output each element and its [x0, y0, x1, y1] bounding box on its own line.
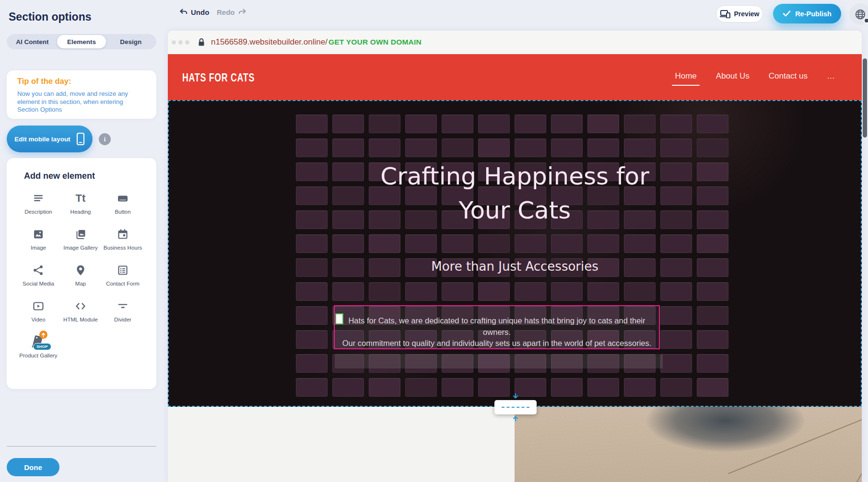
hero-background-tile [296, 234, 328, 253]
url-text[interactable]: n1566589.websitebuilder.online/ [211, 37, 328, 47]
window-dot-icon [178, 40, 183, 45]
add-element-label: Button [115, 209, 130, 215]
site-logo[interactable]: HATS FOR CATS [182, 71, 255, 84]
hero-background-tile [587, 234, 619, 253]
preview-label: Preview [734, 10, 760, 18]
html-module-icon [74, 298, 87, 314]
element-resize-handle[interactable] [335, 313, 343, 324]
add-element-video[interactable]: Video [17, 298, 59, 323]
add-element-social-media[interactable]: Social Media [17, 263, 59, 287]
add-element-grid: DescriptionTtHeadingButtonImageImage Gal… [7, 191, 156, 359]
get-domain-link[interactable]: GET YOUR OWN DOMAIN [328, 38, 422, 46]
hero-background-tile [697, 378, 728, 397]
sidebar-divider [7, 446, 156, 447]
add-element-label: Image [31, 245, 46, 251]
add-element-html-module[interactable]: HTML Module [59, 298, 102, 323]
browser-chrome-bar: n1566589.websitebuilder.online/ GET YOUR… [168, 31, 862, 54]
divider-icon [117, 298, 129, 314]
tab-ai-content[interactable]: AI Content [8, 35, 57, 48]
add-element-business-hours[interactable]: Business Hours [102, 227, 144, 251]
hero-background-tile [660, 306, 692, 325]
hero-background-tile [551, 115, 583, 133]
business-hours-icon [117, 227, 129, 242]
next-section-blank-half [168, 407, 515, 482]
add-element-contact-form[interactable]: Contact Form [102, 263, 144, 287]
photo-shadow [646, 407, 805, 452]
undo-label: Undo [191, 8, 209, 16]
hero-heading[interactable]: Crafting Happiness for Your Cats [169, 160, 861, 228]
section-height-resize-handle[interactable] [494, 400, 537, 414]
hero-background-tile [405, 138, 437, 157]
hero-background-tile [296, 306, 328, 325]
add-element-heading[interactable]: TtHeading [59, 191, 102, 215]
hero-background-tile [332, 115, 364, 133]
hero-background-tile [332, 234, 364, 253]
language-globe-button[interactable] [849, 3, 868, 25]
globe-status-dot [864, 18, 868, 23]
hero-background-tile [587, 378, 619, 397]
mobile-phone-icon [76, 132, 85, 146]
hero-background-tile [478, 378, 510, 397]
tip-body: Now you can add, move and resize any ele… [17, 90, 143, 114]
scrollbar-thumb[interactable] [863, 58, 867, 138]
add-element-map[interactable]: Map [59, 263, 102, 287]
product-gallery-icon: SHOP [30, 334, 47, 350]
nav-home[interactable]: Home [675, 71, 696, 81]
add-element-description[interactable]: Description [17, 191, 59, 215]
window-dot-icon [185, 40, 189, 45]
next-section-photo [515, 407, 862, 482]
heading-icon: Tt [76, 191, 86, 206]
tab-design[interactable]: Design [106, 35, 155, 48]
nav-contact-us[interactable]: Contact us [769, 71, 808, 81]
info-icon[interactable]: i [99, 133, 111, 145]
devices-icon [720, 10, 730, 18]
hero-background-tile [442, 234, 473, 253]
hero-background-tile [697, 282, 728, 301]
republish-button[interactable]: Re-Publish [773, 4, 841, 23]
add-element-product-gallery[interactable]: SHOP Product Gallery [17, 334, 59, 359]
map-icon [75, 263, 86, 278]
tab-elements[interactable]: Elements [57, 35, 106, 48]
hero-subheading[interactable]: More than Just Accessories [169, 259, 861, 274]
dashed-line-icon [502, 407, 529, 408]
nav-about-us[interactable]: About Us [716, 71, 750, 81]
add-element-button[interactable]: Button [102, 191, 144, 215]
undo-icon [179, 9, 188, 16]
add-element-title: Add new element [24, 171, 156, 181]
video-icon [32, 298, 45, 314]
hero-background-tile [697, 354, 728, 373]
hero-background-tile [296, 282, 328, 301]
add-element-label: Description [24, 209, 52, 215]
hero-background-tile [405, 378, 437, 397]
preview-button[interactable]: Preview [716, 5, 763, 23]
redo-label: Redo [217, 8, 235, 16]
social-media-icon [32, 263, 45, 278]
site-preview-frame: n1566589.websitebuilder.online/ GET YOUR… [168, 31, 862, 482]
hero-background-tile [296, 378, 328, 397]
edit-mobile-layout-button[interactable]: Edit mobile layout [7, 126, 93, 152]
image-icon [32, 227, 45, 242]
hero-text-element-selected[interactable]: Hats for Cats, we are dedicated to craft… [334, 305, 660, 349]
done-button[interactable]: Done [7, 458, 59, 476]
hero-background-tile [478, 138, 510, 157]
hero-background-tile [660, 115, 692, 133]
contact-form-icon [117, 263, 129, 278]
add-element-image[interactable]: Image [17, 227, 59, 251]
add-element-label: Social Media [23, 281, 54, 287]
hero-background-tile [296, 138, 328, 157]
redo-button[interactable]: Redo [217, 8, 246, 16]
hero-background-tile [369, 378, 400, 397]
hero-background-tile [515, 234, 546, 253]
add-element-divider[interactable]: Divider [102, 298, 144, 323]
add-element-label: Video [31, 317, 45, 323]
hero-background-tile [442, 282, 473, 301]
hero-background-tile [478, 115, 510, 133]
add-element-image-gallery[interactable]: Image Gallery [59, 227, 102, 251]
undo-button[interactable]: Undo [179, 8, 209, 16]
image-gallery-icon [74, 227, 87, 242]
hero-background-tile [697, 330, 728, 349]
hero-background-tile [405, 234, 437, 253]
hero-section-selected[interactable]: Crafting Happiness for Your Cats More th… [168, 100, 862, 407]
hero-body-text[interactable]: Hats for Cats, we are dedicated to craft… [335, 306, 659, 349]
nav-more-ellipsis[interactable]: … [827, 71, 835, 81]
